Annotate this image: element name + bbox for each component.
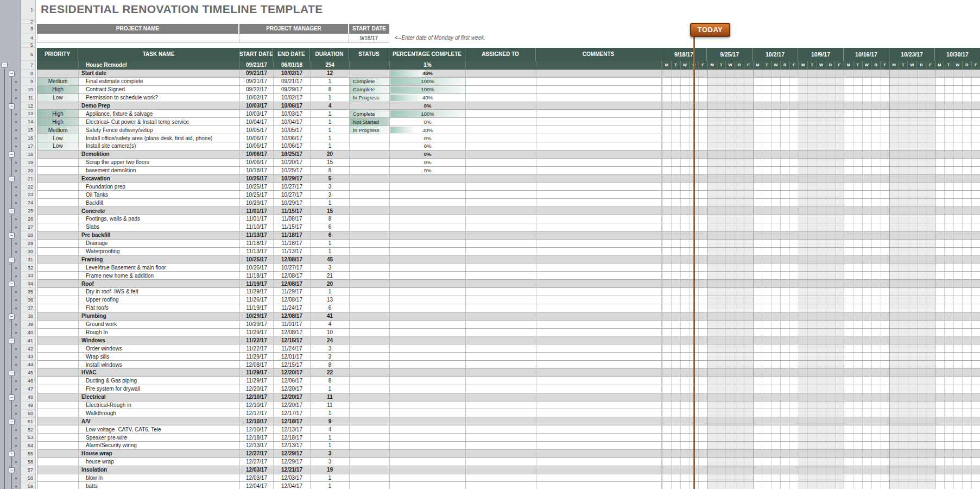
cell-end-date[interactable]: 12/08/17 [274,329,311,336]
cell-end-date[interactable]: 11/15/17 [274,207,311,215]
cell-priority[interactable] [37,70,79,77]
cell-assigned-to[interactable] [466,142,536,150]
cell-start-date[interactable]: 11/19/17 [240,280,274,287]
cell-comments[interactable] [536,86,662,93]
column-header-assigned-to[interactable]: ASSIGNED TO [465,48,536,61]
cell-percentage-complete[interactable]: 0% [390,142,466,150]
cell-status[interactable] [350,167,390,174]
cell-start-date[interactable]: 12/10/17 [240,393,274,401]
gantt-row[interactable] [662,353,980,360]
cell-priority[interactable] [37,321,79,328]
cell-priority[interactable] [37,377,79,385]
cell-end-date[interactable]: 10/27/17 [274,264,311,271]
row-number[interactable]: 24 [21,199,36,207]
cell-task-name[interactable]: Oil Tanks [79,191,240,198]
cell-priority[interactable] [37,255,79,263]
cell-duration[interactable]: 3 [311,450,350,457]
cell-priority[interactable] [37,207,79,215]
row-number[interactable]: 39 [21,321,36,329]
row-number[interactable]: 21 [21,175,36,183]
cell-percentage-complete[interactable] [390,248,466,255]
cell-assigned-to[interactable] [466,118,536,126]
cell-start-date[interactable]: 09/22/17 [240,86,274,93]
cell-status[interactable] [350,417,390,425]
gantt-row[interactable] [662,248,980,255]
collapse-group-button[interactable]: − [9,314,15,319]
row-number[interactable]: 15 [21,126,36,134]
cell-status[interactable] [350,183,390,190]
cell-assigned-to[interactable] [466,369,536,377]
cell-end-date[interactable]: 12/06/17 [274,377,311,385]
cell-duration[interactable]: 1 [311,118,350,126]
cell-duration[interactable]: 1 [311,474,350,482]
cell-comments[interactable] [536,175,662,183]
cell-task-name[interactable]: Roof [79,280,240,287]
week-header[interactable]: 10/2/17 [752,48,798,61]
gantt-row[interactable] [662,118,980,126]
cell-start-date[interactable]: 10/25/17 [240,191,274,198]
cell-percentage-complete[interactable] [390,288,466,296]
gantt-row[interactable] [662,474,980,482]
cell-percentage-complete[interactable] [390,199,466,206]
cell-duration[interactable]: 3 [311,353,350,360]
cell-percentage-complete[interactable] [390,385,466,393]
cell-comments[interactable] [536,280,662,287]
cell-status[interactable] [350,482,390,489]
cell-status[interactable] [350,248,390,255]
row-number[interactable]: 43 [21,353,36,361]
cell-start-date[interactable]: 12/27/17 [240,450,274,457]
cell-priority[interactable] [37,183,79,190]
cell-end-date[interactable]: 10/06/17 [274,142,311,150]
cell-priority[interactable] [37,361,79,368]
cell-percentage-complete[interactable] [390,215,466,223]
cell-duration[interactable]: 1 [311,288,350,296]
gantt-row[interactable] [662,223,980,231]
row-number[interactable]: 18 [21,151,36,159]
cell-comments[interactable] [536,61,662,69]
cell-status[interactable] [350,70,390,77]
cell-task-name[interactable]: Install office/safety area (plans desk, … [79,134,240,142]
cell-priority[interactable] [37,393,79,401]
cell-status[interactable] [350,240,390,247]
cell-task-name[interactable]: install windows [79,361,240,368]
cell-end-date[interactable]: 10/04/17 [274,118,311,126]
collapse-group-button[interactable]: − [9,233,15,239]
gantt-row[interactable] [662,272,980,279]
cell-comments[interactable] [536,369,662,377]
cell-priority[interactable] [37,159,79,166]
gantt-row[interactable] [662,78,980,85]
cell-end-date[interactable]: 11/15/17 [274,223,311,231]
cell-duration[interactable]: 9 [311,417,350,425]
cell-priority[interactable] [37,296,79,304]
gantt-row[interactable] [662,450,980,457]
week-header[interactable]: 9/25/17 [706,48,752,61]
cell-task-name[interactable]: Final estimate complete [79,78,240,85]
cell-start-date[interactable]: 12/10/17 [240,425,274,433]
cell-assigned-to[interactable] [466,425,536,433]
cell-priority[interactable] [37,458,79,466]
cell-comments[interactable] [536,159,662,166]
cell-assigned-to[interactable] [466,312,536,320]
cell-start-date[interactable]: 11/19/17 [240,304,274,312]
cell-priority[interactable]: High [37,118,79,126]
cell-duration[interactable]: 8 [311,167,350,174]
column-header-task-name[interactable]: TASK NAME [78,48,239,61]
cell-end-date[interactable]: 12/08/17 [274,280,311,287]
cell-task-name[interactable]: Waterproofing [79,248,240,255]
gantt-row[interactable] [662,361,980,368]
cell-start-date[interactable]: 12/27/17 [240,458,274,466]
cell-comments[interactable] [536,417,662,425]
cell-task-name[interactable]: Speaker pre-wire [79,434,240,441]
cell-duration[interactable]: 45 [311,255,350,263]
cell-end-date[interactable]: 12/01/17 [274,353,311,360]
cell-percentage-complete[interactable] [390,458,466,466]
row-number[interactable]: 28 [21,231,36,240]
cell-end-date[interactable]: 12/04/17 [274,482,311,489]
cell-assigned-to[interactable] [466,377,536,385]
row-number[interactable]: 27 [21,223,36,231]
cell-assigned-to[interactable] [466,126,536,134]
cell-comments[interactable] [536,94,662,102]
cell-percentage-complete[interactable] [390,312,466,320]
cell-comments[interactable] [536,272,662,279]
cell-duration[interactable]: 8 [311,86,350,93]
